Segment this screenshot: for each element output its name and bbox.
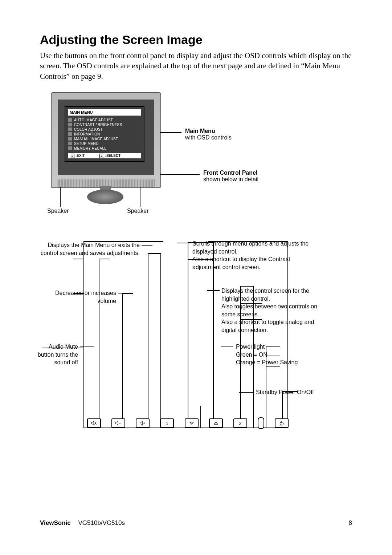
callout-text: Displays the control screen for the high… xyxy=(221,287,323,303)
osd-header: MAIN MENU xyxy=(68,109,141,116)
leader-line xyxy=(239,392,253,393)
main-menu-sub: with OSD controls xyxy=(185,134,232,141)
page-title: Adjusting the Screen Image xyxy=(40,33,352,47)
leader-line xyxy=(160,132,181,133)
intro-paragraph: Use the buttons on the front control pan… xyxy=(40,50,352,81)
callout-button2: Displays the control screen for the high… xyxy=(221,287,323,334)
callout-text: Also a shortcut to toggle analog and dig… xyxy=(221,318,323,334)
leader-line xyxy=(118,293,129,293)
up-arrow-button-icon xyxy=(209,418,223,428)
callout-volume: Decreases or increases volume xyxy=(51,289,116,305)
monitor-screen: MAIN MENU AUTO IMAGE ADJUST CONTRAST / B… xyxy=(58,100,154,175)
osd-exit-key: 1 xyxy=(70,154,74,158)
speaker-label-left: Speaker xyxy=(47,208,69,214)
callout-power-light: Power light Green = ON Orange = Power Sa… xyxy=(236,343,327,366)
osd-item: MEMORY RECALL xyxy=(68,146,141,151)
callout-scroll: Scrolls through menu options and adjusts… xyxy=(192,240,312,271)
monitor-illustration: MAIN MENU AUTO IMAGE ADJUST CONTRAST / B… xyxy=(51,92,161,188)
diagram-area: MAIN MENU AUTO IMAGE ADJUST CONTRAST / B… xyxy=(40,92,352,474)
speaker-label-right: Speaker xyxy=(127,208,149,214)
osd-item: SETUP MENU xyxy=(68,141,141,146)
front-control-panel-label: Front Control Panel shown below in detai… xyxy=(203,170,258,183)
osd-select-label: :SELECT xyxy=(105,154,121,158)
callout-text: Also a shortcut to display the Contrast … xyxy=(192,255,312,271)
callout-text: Orange = Power Saving xyxy=(236,358,327,366)
mute-button-icon xyxy=(87,418,101,428)
osd-item: INFORMATION xyxy=(68,132,141,137)
callout-text: Scrolls through menu options and adjusts… xyxy=(192,240,312,255)
callout-button1: Displays the Main Menu or exits the cont… xyxy=(36,241,140,257)
osd-item: MANUAL IMAGE ADJUST xyxy=(68,137,141,141)
monitor-stand xyxy=(87,186,123,206)
menu-1-button-icon: 1 xyxy=(160,418,174,428)
power-button-icon xyxy=(275,418,289,428)
callout-text: Audio Mute button turns the sound off xyxy=(34,343,78,366)
footer-model: VG510b/VG510s xyxy=(78,519,125,526)
leader-line xyxy=(207,290,220,291)
osd-item: AUTO IMAGE ADJUST xyxy=(68,118,141,122)
osd-select-key: 2 xyxy=(99,154,104,158)
leader-line xyxy=(140,187,140,207)
select-2-button-icon: 2 xyxy=(233,418,247,428)
callout-text: Green = ON xyxy=(236,351,327,359)
callout-text: Displays the Main Menu or exits the cont… xyxy=(36,241,140,257)
down-arrow-button-icon xyxy=(185,418,199,428)
leader-line xyxy=(60,187,61,207)
osd-item: COLOR ADJUST xyxy=(68,127,141,132)
callout-standby: Standby Power On/Off xyxy=(256,388,328,396)
osd-footer: 1:EXIT 2:SELECT xyxy=(68,153,141,158)
volume-down-button-icon xyxy=(111,418,125,428)
main-menu-label: Main Menu with OSD controls xyxy=(185,128,232,141)
footer-brand: ViewSonic xyxy=(40,519,71,526)
fcp-sub: shown below in detail xyxy=(203,176,258,183)
callout-mute: Audio Mute button turns the sound off xyxy=(34,343,78,366)
footer-page-number: 8 xyxy=(349,519,352,527)
callout-text: Standby Power On/Off xyxy=(256,388,328,396)
callout-text: Also toggles between two controls on som… xyxy=(221,303,323,318)
osd-menu: MAIN MENU AUTO IMAGE ADJUST CONTRAST / B… xyxy=(65,106,144,162)
button-row: 1 2 xyxy=(87,417,289,429)
callout-text: Decreases or increases volume xyxy=(51,289,116,305)
osd-exit-label: :EXIT xyxy=(75,154,85,158)
leader-line xyxy=(177,243,190,243)
osd-items: AUTO IMAGE ADJUST CONTRAST / BRIGHTNESS … xyxy=(68,118,141,151)
leader-line xyxy=(80,347,94,347)
leader-line xyxy=(160,174,200,175)
power-light-icon xyxy=(258,417,264,429)
fcp-hdr: Front Control Panel xyxy=(203,170,258,176)
main-menu-hdr: Main Menu xyxy=(185,128,232,134)
volume-up-button-icon xyxy=(136,418,150,428)
page-footer: ViewSonic VG510b/VG510s 8 xyxy=(40,519,352,527)
leader-line xyxy=(142,245,152,246)
callout-text: Power light xyxy=(236,343,327,351)
leader-line xyxy=(221,347,233,347)
osd-item: CONTRAST / BRIGHTNESS xyxy=(68,122,141,127)
